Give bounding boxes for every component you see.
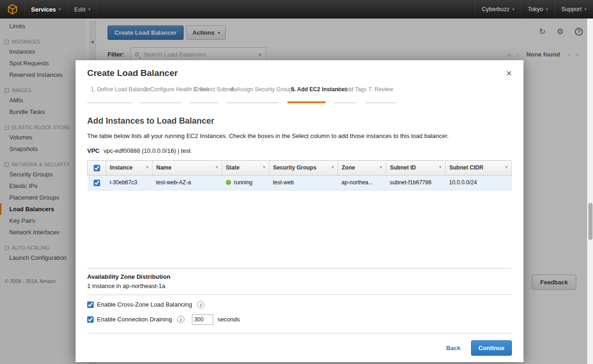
vpc-value: vpc-edf00888 (10.0.0.0/16) | test [103, 147, 191, 154]
cell-subnet-id: subnet-f1b67786 [386, 175, 446, 190]
back-link[interactable]: Back [446, 345, 460, 351]
modal-footer: Back Continue [87, 333, 512, 356]
chevron-down-icon: ▾ [512, 7, 515, 12]
row-select-checkbox[interactable] [94, 180, 100, 186]
cross-zone-checkbox[interactable] [87, 301, 94, 308]
info-icon[interactable]: i [197, 301, 204, 308]
column-header-security-groups[interactable]: Security Groups ▾ [269, 161, 338, 176]
column-filter-caret-icon[interactable]: ▾ [439, 164, 441, 169]
chevron-down-icon: ▾ [584, 7, 587, 12]
draining-timeout-input[interactable] [192, 314, 213, 325]
az-distribution-title: Availability Zone Distribution [87, 273, 512, 280]
info-icon[interactable]: i [177, 316, 185, 323]
cell-state: running [222, 175, 269, 190]
table-header-row: Instance ▾ Name ▾ State ▾ Security Group… [88, 161, 512, 176]
column-header-state[interactable]: State ▾ [222, 161, 269, 176]
page-scrollbar[interactable] [587, 19, 593, 364]
row-select-cell[interactable] [88, 175, 106, 190]
cell-instance: i-30eb67c3 [106, 175, 153, 190]
nav-support-menu[interactable]: Support ▾ [555, 0, 593, 19]
column-header-subnet-cidr[interactable]: Subnet CIDR ▾ [446, 161, 512, 176]
draining-unit-label: seconds [217, 316, 240, 323]
chevron-down-icon: ▾ [89, 7, 91, 12]
column-header-instance[interactable]: Instance ▾ [106, 161, 153, 176]
column-filter-caret-icon[interactable]: ▾ [146, 164, 148, 169]
wizard-step-1-define-load-balancer[interactable]: 1. Define Load Balancer [87, 85, 132, 103]
wizard-step-2-configure-health-check[interactable]: 2. Configure Health Check [140, 85, 181, 103]
page-title: Add Instances to Load Balancer [87, 116, 512, 126]
top-nav: Services ▾ Edit ▾ Cyberbuzz ▾ Tokyo ▾ Su… [0, 0, 593, 19]
nav-edit-label: Edit [74, 6, 86, 13]
column-filter-caret-icon[interactable]: ▾ [216, 164, 218, 169]
top-nav-right: Cyberbuzz ▾ Tokyo ▾ Support ▾ [475, 0, 593, 19]
connection-draining-option-row: Enable Connection Draining i seconds [87, 314, 512, 325]
create-load-balancer-modal: Create Load Balancer × 1. Define Load Ba… [76, 60, 523, 362]
vpc-info: VPC vpc-edf00888 (10.0.0.0/16) | test [87, 147, 512, 154]
nav-edit-menu[interactable]: Edit ▾ [68, 0, 97, 19]
wizard-step-4-assign-security-groups[interactable]: 4. Assign Security Groups [227, 85, 279, 103]
wizard-step-6-add-tags[interactable]: 6. Add Tags [334, 85, 356, 103]
column-filter-caret-icon[interactable]: ▾ [380, 164, 382, 169]
column-header-subnet-id[interactable]: Subnet ID ▾ [386, 161, 446, 176]
cross-zone-option-row: Enable Cross-Zone Load Balancing i [87, 301, 512, 308]
cross-zone-label[interactable]: Enable Cross-Zone Load Balancing [97, 301, 192, 308]
wizard-step-5-add-ec2-instances[interactable]: 5. Add EC2 Instances [287, 85, 325, 103]
column-filter-caret-icon[interactable]: ▾ [332, 164, 334, 169]
nav-account-menu[interactable]: Cyberbuzz ▾ [475, 0, 521, 19]
top-nav-left: Services ▾ Edit ▾ [0, 0, 97, 19]
column-header-name[interactable]: Name ▾ [153, 161, 222, 176]
aws-cube-icon [7, 4, 18, 14]
wizard-steps: 1. Define Load Balancer 2. Configure Hea… [87, 85, 512, 103]
modal-header: Create Load Balancer × [76, 60, 523, 83]
cell-name: test-web-AZ-a [153, 175, 222, 190]
chevron-down-icon: ▾ [59, 7, 61, 12]
continue-button[interactable]: Continue [471, 340, 512, 356]
connection-draining-label[interactable]: Enable Connection Draining [97, 316, 172, 323]
scrollbar-thumb[interactable] [588, 203, 593, 240]
column-header-zone[interactable]: Zone ▾ [338, 161, 386, 176]
lb-options: Enable Cross-Zone Load Balancing i Enabl… [87, 295, 512, 333]
table-row[interactable]: i-30eb67c3 test-web-AZ-a running test-we… [88, 175, 512, 190]
table-empty-area [87, 190, 512, 268]
nav-support-label: Support [561, 6, 582, 13]
vpc-label: VPC [87, 147, 100, 154]
instance-running-state-icon [226, 180, 231, 185]
connection-draining-checkbox[interactable] [87, 316, 94, 323]
nav-account-label: Cyberbuzz [482, 6, 510, 13]
instances-table: Instance ▾ Name ▾ State ▾ Security Group… [87, 160, 512, 190]
nav-region-menu[interactable]: Tokyo ▾ [521, 0, 555, 19]
cell-subnet-cidr: 10.0.0.0/24 [446, 175, 512, 190]
az-distribution: Availability Zone Distribution 1 instanc… [87, 269, 512, 295]
chevron-down-icon: ▾ [546, 7, 548, 12]
az-distribution-text: 1 instance in ap-northeast-1a [87, 282, 512, 289]
modal-title: Create Load Balancer [87, 68, 178, 78]
nav-region-label: Tokyo [528, 6, 543, 13]
modal-description: The table below lists all your running E… [87, 132, 512, 139]
cell-security-groups: test-web [269, 175, 338, 190]
cell-zone: ap-northea... [338, 175, 386, 190]
aws-logo[interactable] [0, 0, 25, 19]
wizard-step-3-select-subnets[interactable]: 3. Select Subnets [190, 85, 218, 103]
column-filter-caret-icon[interactable]: ▾ [263, 164, 265, 169]
column-filter-caret-icon[interactable]: ▾ [505, 164, 508, 169]
select-all-header[interactable] [88, 161, 106, 176]
modal-content: Add Instances to Load Balancer The table… [76, 103, 523, 356]
nav-services-menu[interactable]: Services ▾ [25, 0, 68, 19]
nav-services-label: Services [31, 6, 56, 13]
close-icon[interactable]: × [506, 68, 512, 78]
wizard-step-7-review[interactable]: 7. Review [365, 85, 395, 103]
select-all-checkbox[interactable] [94, 165, 100, 171]
